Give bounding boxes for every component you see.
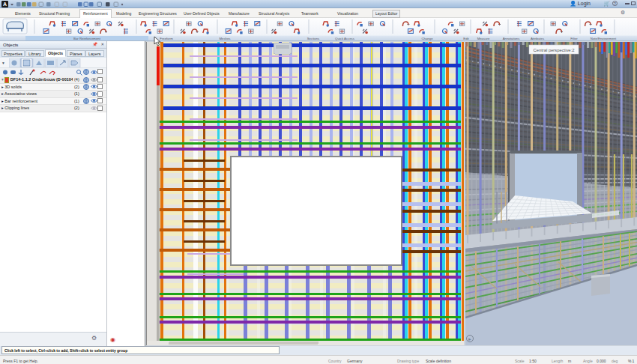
svg-text:►: ► <box>468 337 472 342</box>
svg-text:Central perspective:2: Central perspective:2 <box>534 48 575 52</box>
